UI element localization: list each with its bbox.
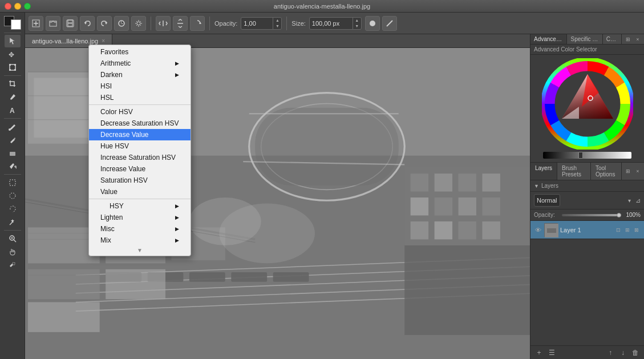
menu-decrease-value[interactable]: Decrease Value	[89, 129, 191, 140]
tool-wand[interactable]	[5, 216, 21, 228]
toolbar-rotate-btn[interactable]	[190, 16, 205, 31]
toolbar-save-btn[interactable]	[63, 16, 78, 31]
color-panel-menu-btn[interactable]: ⊞	[624, 35, 632, 43]
size-input[interactable]: 100,00 px	[310, 20, 353, 27]
layer-action-1[interactable]: ⊡	[614, 226, 622, 234]
tool-transform[interactable]	[5, 61, 21, 74]
tool-eraser[interactable]	[5, 147, 21, 159]
move-layer-down-btn[interactable]: ↓	[618, 348, 628, 358]
menu-mix[interactable]: Mix	[89, 235, 191, 246]
toolbar-flip-h-btn[interactable]	[156, 16, 171, 31]
layer-opacity-slider[interactable]	[562, 214, 621, 216]
opacity-input[interactable]: 1,00	[241, 20, 273, 27]
color-selector[interactable]	[4, 16, 21, 30]
menu-misc[interactable]: Misc	[89, 223, 191, 235]
tool-zoom[interactable]	[5, 232, 21, 245]
color-wheel-wrapper[interactable]	[542, 58, 633, 150]
tool-fill[interactable]	[5, 160, 21, 172]
tab-layers[interactable]: Layers	[530, 163, 557, 180]
size-spinbox[interactable]: 100,00 px ▲ ▼	[309, 17, 362, 30]
add-layer-btn[interactable]: +	[534, 348, 544, 358]
tool-select-rect[interactable]	[5, 176, 21, 189]
move-layer-up-btn[interactable]: ↑	[605, 348, 615, 358]
layer-filter-icon[interactable]: ⊿	[635, 197, 641, 204]
color-value-slider[interactable]	[543, 152, 631, 159]
toolbar-redo-btn[interactable]	[97, 16, 112, 31]
tool-text[interactable]: A	[5, 104, 21, 116]
tab-advanced-color[interactable]: Advanced Color S...	[530, 34, 567, 44]
layer-action-2[interactable]: ⊞	[623, 226, 631, 234]
tool-select-ellipse[interactable]	[5, 189, 21, 202]
layer-item[interactable]: 👁 Layer 1 ⊡ ⊞ ⊠	[530, 221, 644, 239]
svg-point-10	[10, 193, 15, 199]
menu-hsy[interactable]: HSY	[89, 200, 191, 212]
menu-hsl[interactable]: HSL	[89, 92, 191, 103]
layer-mode-wrapper[interactable]: Normal	[534, 194, 633, 207]
delete-layer-btn[interactable]: 🗑	[630, 348, 641, 358]
tab-specific-color[interactable]: Specific Color Se...	[567, 34, 602, 44]
color-wheel-svg[interactable]	[542, 58, 633, 150]
size-up-arrow[interactable]: ▲	[353, 18, 361, 23]
layer-action-3[interactable]: ⊠	[633, 226, 641, 234]
toolbar-flip-v-btn[interactable]	[173, 16, 188, 31]
layer-eye-icon[interactable]: 👁	[534, 226, 542, 234]
menu-darken[interactable]: Darken	[89, 69, 191, 80]
layers-panel-close-btn[interactable]: ×	[634, 167, 642, 175]
tool-lasso[interactable]	[5, 203, 21, 215]
color-panel: Advanced Color S... Specific Color Se...…	[530, 34, 644, 163]
layer-opacity-handle[interactable]	[617, 213, 621, 217]
opacity-spinbox[interactable]: 1,00 ▲ ▼	[241, 17, 282, 30]
size-arrows[interactable]: ▲ ▼	[353, 18, 361, 29]
toolbar-new-btn[interactable]	[29, 16, 43, 31]
size-down-arrow[interactable]: ▼	[353, 23, 361, 29]
toolbar-settings-btn[interactable]	[131, 16, 146, 31]
tool-divider-4	[4, 174, 21, 175]
layer-mode-select[interactable]: Normal	[534, 194, 560, 207]
layers-menu-btn[interactable]: ☰	[546, 348, 557, 358]
minimize-button[interactable]	[14, 3, 21, 10]
window-controls[interactable]	[5, 3, 31, 10]
menu-increase-sat-hsv[interactable]: Increase Saturation HSV	[89, 152, 191, 163]
tool-crop[interactable]	[5, 78, 21, 90]
toolbar-undo-btn[interactable]	[80, 16, 95, 31]
toolbar-line-btn[interactable]	[382, 16, 397, 31]
tool-hand[interactable]	[5, 245, 21, 258]
background-color[interactable]	[11, 19, 21, 30]
menu-hue-hsv[interactable]: Hue HSV	[89, 140, 191, 152]
toolbar-brush-shape-btn[interactable]	[365, 16, 380, 31]
color-value-handle[interactable]	[578, 152, 583, 159]
color-panel-tabs: Advanced Color S... Specific Color Se...…	[530, 34, 644, 45]
tool-eyedropper[interactable]	[5, 91, 21, 103]
opacity-down-arrow[interactable]: ▼	[273, 23, 281, 29]
maximize-button[interactable]	[24, 3, 31, 10]
tab-close-button[interactable]: ×	[102, 38, 105, 44]
tool-clone[interactable]	[5, 259, 21, 271]
blend-mode-menu[interactable]: Favorites Arithmetic Darken HSI HSL Colo…	[88, 45, 191, 256]
tab-tool-options[interactable]: Tool Options	[591, 163, 622, 180]
menu-lighten[interactable]: Lighten	[89, 212, 191, 223]
layers-expand-icon[interactable]: ▼	[534, 183, 539, 189]
tab-color-extra[interactable]: Color ...	[603, 34, 622, 44]
color-panel-close-btn[interactable]: ×	[634, 35, 642, 43]
layers-panel-expand-btn[interactable]: ⊞	[624, 167, 632, 175]
menu-increase-value[interactable]: Increase Value	[89, 163, 191, 175]
close-button[interactable]	[5, 3, 11, 10]
menu-arithmetic[interactable]: Arithmetic	[89, 58, 191, 69]
tab-brush-presets[interactable]: Brush Presets	[557, 163, 591, 180]
menu-saturation-hsv[interactable]: Saturation HSV	[89, 175, 191, 186]
menu-color-hsv[interactable]: Color HSV	[89, 106, 191, 118]
toolbar-reset-btn[interactable]	[114, 16, 129, 31]
tool-brush[interactable]	[5, 134, 21, 146]
tool-paint[interactable]	[5, 120, 21, 133]
tool-divider-2	[4, 75, 21, 76]
opacity-arrows[interactable]: ▲ ▼	[273, 18, 281, 29]
color-wheel-container[interactable]	[530, 55, 644, 162]
menu-favorites[interactable]: Favorites	[89, 46, 191, 58]
menu-decrease-sat-hsv[interactable]: Decrease Saturation HSV	[89, 118, 191, 129]
menu-value[interactable]: Value	[89, 186, 191, 197]
tool-cursor[interactable]	[5, 35, 21, 47]
toolbar-open-btn[interactable]	[46, 16, 60, 31]
tool-move[interactable]: ✥	[5, 48, 21, 60]
menu-hsi[interactable]: HSI	[89, 80, 191, 92]
opacity-up-arrow[interactable]: ▲	[273, 18, 281, 23]
